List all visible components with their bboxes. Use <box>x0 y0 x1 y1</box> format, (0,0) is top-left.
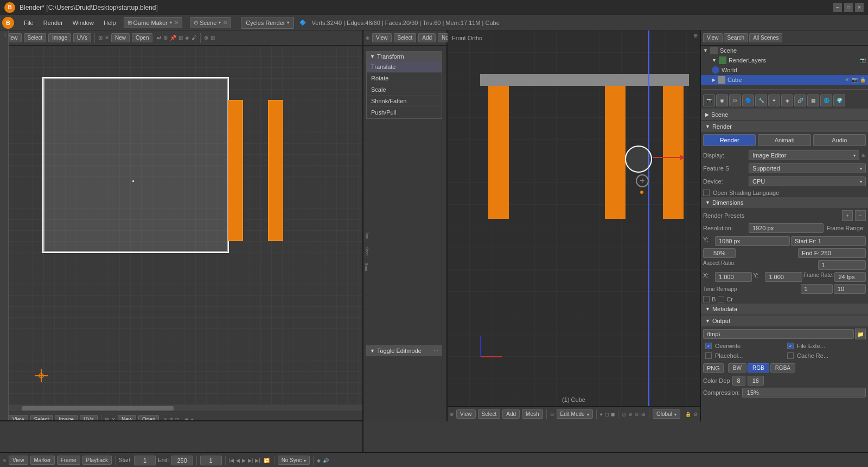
render-presets-remove[interactable]: − <box>855 210 866 221</box>
props-tab-all-scenes[interactable]: All Scenes <box>749 33 782 42</box>
time-remap-1[interactable]: 1 <box>801 284 833 294</box>
ortho-select-menu[interactable]: Select <box>478 409 501 419</box>
format-select[interactable]: PNG <box>703 363 724 373</box>
display-value[interactable]: Image Editor ▾ <box>749 150 859 160</box>
transform-translate[interactable]: Translate <box>367 61 442 73</box>
prop-icon-constraints[interactable]: 🔗 <box>794 94 806 106</box>
end-fr-value[interactable]: End F: 250 <box>798 248 866 258</box>
uv-open-btn[interactable]: Open <box>132 33 152 42</box>
compression-value[interactable]: 15% <box>742 388 866 397</box>
uv-select-menu[interactable]: Select <box>24 33 47 42</box>
transform-menu-header[interactable]: ▼ Transform <box>367 52 442 61</box>
display-extra-icon[interactable]: ⊞ <box>861 153 866 158</box>
res-y-value[interactable]: 1080 px <box>715 236 790 246</box>
timeline-next-frame[interactable]: ▶| <box>248 458 253 463</box>
res-x-value[interactable]: 1920 px <box>749 223 824 233</box>
uv-new-btn[interactable]: New <box>111 33 130 42</box>
prop-icon-physics[interactable]: ◈ <box>781 94 793 106</box>
rgb-btn[interactable]: RGB <box>748 363 769 373</box>
props-tab-search[interactable]: Search <box>724 33 749 42</box>
timeline-playback[interactable]: Playback <box>82 456 112 465</box>
timeline-sync-selector[interactable]: No Sync▾ <box>278 456 310 465</box>
uv-image-bottom[interactable]: Image <box>55 415 78 421</box>
col-depth-16[interactable]: 16 <box>748 376 764 386</box>
ortho-mode-selector[interactable]: Edit Mode▾ <box>557 409 593 419</box>
node-view-menu[interactable]: View <box>372 33 392 42</box>
b-checkbox[interactable] <box>703 296 710 302</box>
cache-re-checkbox[interactable] <box>787 352 794 359</box>
uv-image-menu[interactable]: Image <box>48 33 71 42</box>
section-output[interactable]: ▼ Output <box>701 315 868 326</box>
minimize-button[interactable]: − <box>833 3 842 12</box>
uv-select-bottom[interactable]: Select <box>30 415 53 421</box>
ortho-global-selector[interactable]: Global▾ <box>653 409 680 419</box>
toggle-editmode-header[interactable]: ▼ Toggle Editmode ⋯ <box>367 346 442 356</box>
timeline-jump-start[interactable]: |◀ <box>229 458 234 463</box>
transform-rotate[interactable]: Rotate <box>367 73 442 84</box>
timeline-loop[interactable]: 🔁 <box>264 458 270 463</box>
prop-icon-object[interactable]: ⊙ <box>729 94 741 106</box>
res-pct-value[interactable]: 50% <box>703 248 736 258</box>
prop-icon-modifier[interactable]: 🔧 <box>755 94 767 106</box>
node-add-menu[interactable]: Add <box>418 33 436 42</box>
outliner-world[interactable]: World <box>701 65 868 75</box>
menu-window[interactable]: Window <box>68 18 98 27</box>
uv-scroll[interactable] <box>0 405 362 412</box>
render-presets-add[interactable]: + <box>842 210 853 221</box>
section-render[interactable]: ▼ Render <box>701 121 868 132</box>
maximize-button[interactable]: □ <box>844 3 853 12</box>
menu-help[interactable]: Help <box>99 18 120 27</box>
workspace-selector[interactable]: ⊞ Game Maker ▾ ✕ <box>124 17 183 28</box>
menu-file[interactable]: File <box>20 18 38 27</box>
start-fr-value[interactable]: Start Fr: 1 <box>791 236 866 246</box>
cr-checkbox[interactable] <box>718 296 724 302</box>
timeline-view[interactable]: View <box>9 456 28 465</box>
ortho-add-menu[interactable]: Add <box>502 409 520 419</box>
aspect-x-value[interactable]: 1.000 <box>715 272 752 282</box>
uv-crosshair[interactable] <box>35 369 48 382</box>
uv-scroll-handle[interactable] <box>22 406 174 411</box>
outliner-scene[interactable]: ▼ Scene <box>701 46 868 55</box>
audio-btn[interactable]: Audio <box>813 134 866 146</box>
uv-bottom-open[interactable]: Open <box>138 415 159 421</box>
device-value[interactable]: CPU ▾ <box>749 176 866 186</box>
props-tab-view[interactable]: View <box>703 33 723 42</box>
prop-icon-material[interactable]: 🔵 <box>742 94 754 106</box>
ortho-view-menu[interactable]: View <box>456 409 476 419</box>
node-select-menu[interactable]: Select <box>394 33 417 42</box>
transform-push-pull[interactable]: Push/Pull <box>367 107 442 118</box>
col-depth-8[interactable]: 8 <box>732 376 745 386</box>
file-ext-checkbox[interactable]: ✓ <box>787 343 794 349</box>
prop-icon-scene[interactable]: 🌐 <box>820 94 832 106</box>
prop-icon-data[interactable]: ▦ <box>807 94 819 106</box>
timeline-play[interactable]: ▶ <box>242 458 246 463</box>
timeline-marker[interactable]: Marker <box>30 456 55 465</box>
prop-icon-world[interactable]: 🌍 <box>833 94 845 106</box>
end-frame-input[interactable]: 250 <box>171 456 193 465</box>
timeline-jump-end[interactable]: ▶| <box>255 458 260 463</box>
prop-icon-particles[interactable]: ✦ <box>768 94 780 106</box>
section-scene[interactable]: ▶ Scene <box>701 109 868 120</box>
transform-scale[interactable]: Scale <box>367 84 442 96</box>
transform-shrink-fatten[interactable]: Shrink/Fatten <box>367 96 442 107</box>
close-button[interactable]: × <box>855 3 864 12</box>
scene-selector[interactable]: ⊙ Scene ▾ ✕ <box>190 17 231 28</box>
overwrite-checkbox[interactable]: ✓ <box>705 343 712 349</box>
frame-step-value[interactable]: 1 <box>818 260 866 270</box>
output-path-browse[interactable]: 📁 <box>855 329 866 339</box>
outliner-render-layers[interactable]: ▼ RenderLayers 📷 <box>701 55 868 65</box>
open-shading-checkbox[interactable] <box>703 190 710 196</box>
uv-bottom-new[interactable]: New <box>118 415 136 421</box>
uv-uvs-menu[interactable]: UVs <box>73 33 91 42</box>
uv-uvs-bottom[interactable]: UVs <box>80 415 98 421</box>
rgba-btn[interactable]: RGBA <box>770 363 795 373</box>
aspect-y-value[interactable]: 1.000 <box>765 272 802 282</box>
section-dimensions[interactable]: ▼ Dimensions <box>701 197 868 208</box>
placeholder-checkbox[interactable] <box>705 352 712 359</box>
render-btn[interactable]: Render <box>703 134 756 146</box>
frame-rate-value[interactable]: 24 fps <box>834 272 866 282</box>
section-metadata[interactable]: ▼ Metadata <box>701 304 868 314</box>
uv-view-bottom[interactable]: View <box>9 415 28 421</box>
outliner-cube[interactable]: ▶ Cube 👁 📷 🔒 <box>701 75 868 85</box>
current-frame-input[interactable]: 1 <box>200 456 222 465</box>
